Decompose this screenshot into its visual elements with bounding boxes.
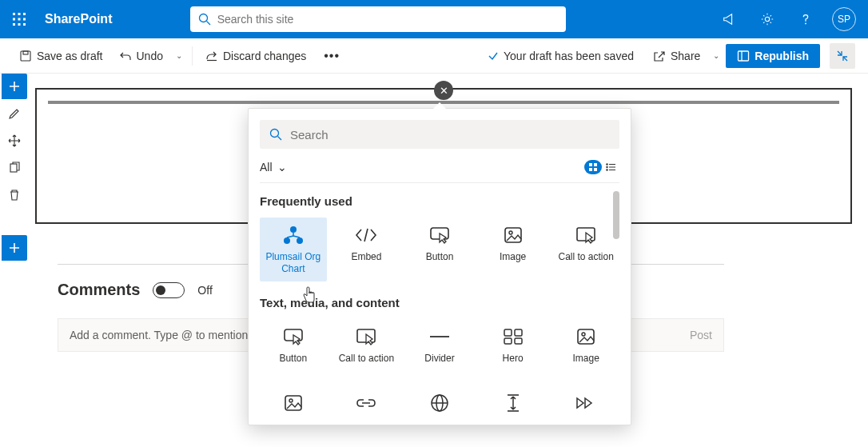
suite-header: SharePoint SP	[0, 0, 868, 38]
help-icon[interactable]	[788, 0, 823, 38]
discard-label: Discard changes	[223, 50, 306, 62]
item-label: Divider	[424, 353, 454, 365]
image-icon	[284, 392, 303, 414]
webpart-image[interactable]: Image	[480, 218, 547, 281]
svg-point-9	[199, 14, 207, 22]
svg-rect-6	[13, 23, 15, 26]
more-actions-button[interactable]: •••	[316, 44, 348, 68]
webpart-embed[interactable]: Embed	[333, 218, 400, 281]
webpart-divider[interactable]: Divider	[406, 319, 473, 371]
undo-button[interactable]: Undo	[113, 45, 169, 67]
item-label: Plumsail Org Chart	[261, 251, 325, 275]
rail-add-top-button[interactable]	[2, 74, 27, 99]
webpart-button[interactable]: Button	[406, 218, 473, 281]
svg-rect-24	[594, 168, 597, 171]
republish-icon	[737, 50, 750, 62]
svg-rect-14	[23, 51, 28, 54]
webpart-link[interactable]	[333, 385, 400, 421]
webpart-call-to-action[interactable]: Call to action	[552, 218, 619, 281]
site-search-input[interactable]	[217, 13, 558, 26]
svg-line-20	[278, 137, 282, 141]
close-handle-icon[interactable]: ✕	[434, 81, 453, 100]
svg-point-25	[606, 163, 607, 165]
app-launcher-icon[interactable]	[6, 6, 32, 32]
undo-label: Undo	[137, 50, 163, 62]
picker-filter-dropdown[interactable]: All ⌄	[260, 161, 287, 174]
site-search-box[interactable]	[190, 6, 566, 32]
item-label: Call to action	[558, 251, 613, 263]
view-list-button[interactable]	[602, 160, 619, 174]
svg-line-10	[206, 22, 210, 26]
saved-status: Your draft has been saved	[488, 50, 634, 62]
section-title-text-media: Text, media, and content	[260, 296, 619, 309]
item-label: Hero	[503, 353, 524, 365]
webpart-plumsail-org-chart[interactable]: Plumsail Org Chart	[260, 218, 327, 281]
globe-icon	[430, 392, 449, 414]
webpart-call-to-action-2[interactable]: Call to action	[333, 319, 400, 371]
save-draft-label: Save as draft	[37, 50, 103, 62]
comments-toggle[interactable]	[153, 282, 185, 298]
saved-status-label: Your draft has been saved	[504, 50, 634, 62]
svg-rect-8	[23, 23, 26, 26]
rail-move-button[interactable]	[2, 128, 27, 154]
embed-icon	[354, 224, 378, 246]
discard-button[interactable]: Discard changes	[199, 45, 313, 67]
picker-search-box[interactable]	[260, 120, 619, 149]
collapse-icon	[837, 50, 848, 62]
picker-body[interactable]: Frequently used Plumsail Org Chart Embed	[260, 191, 619, 425]
svg-point-48	[289, 399, 293, 402]
republish-button[interactable]: Republish	[726, 44, 820, 68]
item-label: Image	[500, 251, 526, 263]
rail-duplicate-button[interactable]	[2, 155, 27, 181]
rail-edit-button[interactable]	[2, 101, 27, 126]
svg-rect-3	[13, 18, 15, 21]
undo-chevron-icon[interactable]: ⌄	[173, 46, 185, 65]
svg-rect-13	[21, 51, 30, 61]
svg-point-36	[509, 231, 512, 234]
edit-rail	[0, 74, 29, 261]
scrollbar[interactable]	[613, 191, 619, 239]
rail-delete-button[interactable]	[2, 182, 27, 208]
search-icon	[269, 128, 282, 141]
comment-placeholder: Add a comment. Type @ to mention	[70, 329, 248, 341]
svg-rect-18	[10, 164, 17, 172]
svg-point-29	[606, 169, 607, 170]
rail-add-bottom-button[interactable]	[2, 235, 27, 261]
stream-icon	[575, 392, 596, 414]
save-draft-button[interactable]: Save as draft	[13, 45, 109, 67]
header-actions: SP	[711, 0, 862, 38]
user-avatar[interactable]: SP	[826, 0, 862, 38]
gear-icon[interactable]	[750, 0, 785, 38]
svg-rect-23	[589, 168, 592, 171]
share-chevron-icon[interactable]: ⌄	[710, 46, 723, 65]
command-bar: Save as draft Undo ⌄ Discard changes •••…	[0, 38, 868, 74]
svg-rect-1	[18, 13, 21, 15]
svg-point-12	[805, 23, 806, 25]
webpart-image-2[interactable]: Image	[552, 319, 619, 371]
webpart-button-2[interactable]: Button	[260, 319, 327, 371]
webpart-spacer[interactable]	[480, 385, 547, 421]
webpart-hero[interactable]: Hero	[480, 319, 547, 371]
share-icon	[653, 50, 666, 62]
comments-title: Comments	[58, 281, 140, 299]
cta-icon	[356, 325, 376, 348]
share-button[interactable]: Share	[647, 45, 707, 67]
svg-point-32	[284, 237, 290, 244]
svg-rect-41	[504, 329, 512, 336]
webpart-picker: All ⌄ Frequently used Plumsa	[248, 108, 631, 425]
svg-rect-44	[515, 338, 522, 344]
collapse-button[interactable]	[830, 43, 855, 69]
svg-rect-42	[515, 329, 522, 336]
post-button[interactable]: Post	[690, 329, 712, 341]
webpart-stream[interactable]	[552, 385, 619, 421]
view-grid-button[interactable]	[584, 160, 602, 174]
undo-icon	[119, 50, 132, 62]
picker-search-input[interactable]	[290, 128, 610, 142]
webpart-image-gallery[interactable]	[260, 385, 327, 421]
webpart-web[interactable]	[406, 385, 473, 421]
chevron-down-icon: ⌄	[277, 161, 287, 174]
button-icon	[429, 224, 450, 246]
svg-rect-5	[23, 18, 26, 21]
megaphone-icon[interactable]	[711, 0, 747, 38]
share-label: Share	[671, 50, 700, 62]
